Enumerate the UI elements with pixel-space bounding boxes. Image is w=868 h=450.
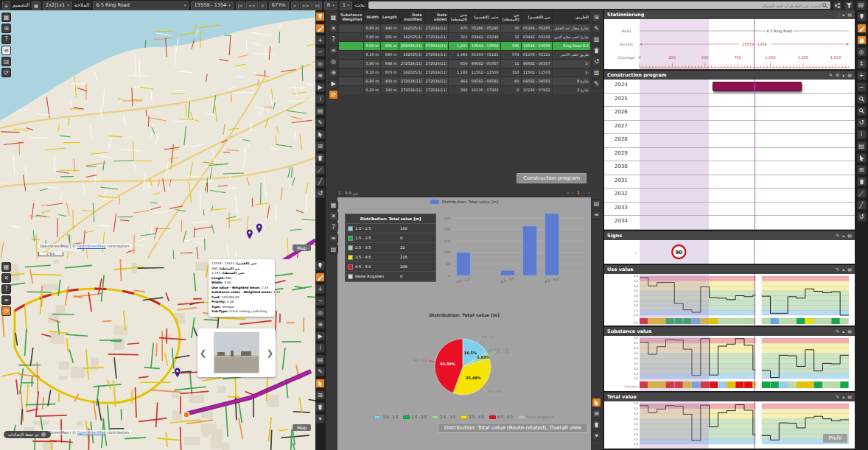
refresh-icon[interactable]: ⟳ bbox=[1, 68, 11, 77]
search-icon[interactable] bbox=[822, 2, 828, 9]
info-icon[interactable]: i bbox=[315, 343, 325, 353]
collapse-icon[interactable]: ▴ bbox=[842, 267, 844, 272]
pager-prev-button[interactable]: « bbox=[567, 190, 570, 195]
grid-icon[interactable]: ▦ bbox=[1, 13, 11, 22]
flag-icon[interactable]: ¦ bbox=[838, 13, 839, 17]
collapse-icon[interactable]: ▴ bbox=[842, 13, 844, 17]
collapse-icon[interactable]: ▴ bbox=[842, 395, 844, 399]
column-header[interactable]: Date added bbox=[424, 10, 449, 24]
help-icon[interactable]: ? bbox=[1, 35, 11, 44]
photo-prev-button[interactable]: ❮ bbox=[200, 348, 206, 358]
construction-measure-bar[interactable] bbox=[713, 82, 802, 91]
expand-icon[interactable]: ✕ bbox=[329, 211, 338, 221]
bookmark-icon[interactable]: ▤ bbox=[856, 1, 866, 10]
map-layer-button[interactable]: Map bbox=[293, 424, 311, 431]
brush-icon[interactable] bbox=[857, 24, 867, 33]
brush-icon[interactable] bbox=[315, 273, 325, 282]
table-row[interactable]: شارع مطار عبد الجليل05285 - 052863005285… bbox=[339, 24, 591, 32]
brush-icon[interactable] bbox=[315, 24, 325, 33]
pencil2-icon[interactable]: ✎ bbox=[592, 79, 601, 88]
measure-icon[interactable]: ／ bbox=[857, 189, 867, 198]
bar[interactable] bbox=[457, 253, 471, 275]
count-select[interactable]: 1▾ bbox=[340, 1, 353, 10]
zoom-out-icon[interactable]: − bbox=[315, 47, 325, 57]
trash-icon[interactable] bbox=[315, 402, 325, 412]
pin-icon[interactable] bbox=[315, 12, 325, 21]
measure-icon[interactable]: ／ bbox=[315, 165, 325, 175]
magnify-plus-icon[interactable] bbox=[857, 94, 867, 104]
bar[interactable] bbox=[501, 270, 515, 275]
column-header[interactable]: حتى (المحطة) bbox=[449, 10, 469, 24]
undo-icon[interactable]: ↺ bbox=[857, 118, 867, 127]
navigate-icon[interactable]: ▶ bbox=[315, 331, 325, 341]
close-icon[interactable]: ✕ bbox=[1, 273, 11, 283]
position-input[interactable]: 877m bbox=[269, 1, 289, 10]
cursor-icon[interactable] bbox=[315, 379, 325, 388]
sliders-icon[interactable]: ≡ bbox=[1, 295, 11, 305]
copy-icon[interactable]: ▥ bbox=[592, 35, 601, 44]
chevron-down-icon[interactable]: ▾ bbox=[315, 414, 325, 423]
cursor-icon[interactable] bbox=[857, 153, 867, 163]
history-icon[interactable]: ↺ bbox=[315, 189, 325, 198]
add-icon[interactable]: ⊞ bbox=[592, 409, 601, 418]
navigate-icon[interactable]: ▶ bbox=[329, 79, 338, 88]
list-icon[interactable]: ▤ bbox=[857, 141, 867, 151]
add-icon[interactable]: ⊞ bbox=[592, 13, 601, 22]
table-row[interactable]: شارع ناصر صلاح الدين03249 - 034423203249… bbox=[339, 32, 591, 41]
filter-icon[interactable] bbox=[844, 1, 854, 10]
road-select[interactable]: 6.5 Ring Road▾ bbox=[93, 1, 189, 10]
r-select[interactable]: R▾ bbox=[324, 1, 337, 10]
info-icon[interactable]: i bbox=[315, 94, 325, 104]
globe-icon[interactable]: ⊕ bbox=[315, 71, 325, 80]
total-value-header[interactable]: Total value ✎ ▴ ▤ bbox=[604, 393, 855, 401]
refresh-icon[interactable]: ⟳ bbox=[1, 306, 11, 316]
stationierung-header[interactable]: Stationierung ¦ ▴ ▤ bbox=[604, 10, 855, 19]
osm-link[interactable]: OpenStreetMap bbox=[77, 430, 106, 435]
sliders-icon[interactable]: ≡ bbox=[329, 233, 338, 243]
overview-map[interactable]: OpenStreetMap | © OpenStreetMap contribu… bbox=[0, 10, 315, 259]
trash-icon[interactable] bbox=[592, 46, 601, 55]
history-icon[interactable]: ↺ bbox=[857, 212, 867, 222]
magnify-minus-icon[interactable] bbox=[857, 106, 867, 116]
help-icon[interactable]: ? bbox=[329, 222, 338, 232]
pencil-icon[interactable]: ✎ bbox=[836, 395, 839, 399]
nav-forward-button[interactable]: > bbox=[291, 1, 299, 10]
pencil-icon[interactable]: ✎ bbox=[836, 267, 839, 272]
grid-icon[interactable]: ▦ bbox=[1, 262, 11, 272]
pencil-icon[interactable]: ✎ bbox=[592, 24, 601, 33]
menu-icon[interactable]: ▤ bbox=[847, 329, 852, 334]
signs-header[interactable]: Signs ✎ ▴ ▤ bbox=[604, 231, 855, 240]
zoom-in-icon[interactable]: + bbox=[315, 35, 325, 45]
nav-forward-button[interactable]: >| bbox=[312, 1, 322, 10]
nav-back-button[interactable]: << bbox=[246, 1, 258, 10]
construction-program-button[interactable]: Construction program bbox=[517, 173, 587, 183]
menu-icon[interactable]: ▤ bbox=[847, 267, 852, 272]
layout-select[interactable]: 2x2|1x1▾ bbox=[43, 1, 72, 10]
help-icon[interactable]: ? bbox=[329, 35, 338, 44]
column-header[interactable]: الطريق bbox=[552, 10, 590, 24]
table-row[interactable]: شارع 207922 - 10130807922 - 101303482720… bbox=[339, 85, 591, 94]
pencil-icon[interactable]: ✎ bbox=[836, 233, 839, 238]
measure2-icon[interactable]: ╱ bbox=[315, 177, 325, 186]
nav-forward-button[interactable]: >> bbox=[300, 1, 312, 10]
list-icon[interactable]: ▤ bbox=[315, 106, 325, 116]
sliders-icon[interactable]: ≡ bbox=[329, 46, 338, 55]
pager-next-button[interactable]: » bbox=[587, 190, 590, 195]
sliders-icon[interactable]: ≡ bbox=[1, 46, 11, 55]
target-icon[interactable]: ◎ bbox=[315, 59, 325, 68]
add-icon[interactable]: ⊞ bbox=[315, 390, 325, 400]
column-header[interactable]: Length bbox=[381, 10, 399, 24]
cursor-icon[interactable] bbox=[315, 130, 325, 139]
menu-icon[interactable]: ▤ bbox=[847, 395, 852, 399]
zoom-in-icon[interactable]: + bbox=[857, 71, 867, 80]
trash-icon[interactable] bbox=[592, 420, 601, 429]
target-icon[interactable]: ◎ bbox=[315, 308, 325, 317]
pin-icon[interactable] bbox=[857, 12, 867, 21]
list-icon[interactable]: ▤ bbox=[315, 355, 325, 365]
layout-grid-icon[interactable]: ▦ bbox=[32, 1, 41, 10]
pager-prev-button[interactable]: ‹ bbox=[572, 190, 573, 195]
export-icon[interactable]: ▤ bbox=[1, 57, 11, 66]
map-layer-button[interactable]: Map bbox=[293, 245, 311, 251]
construction-header[interactable]: Construction program ✎ ⚙ ▴ ▤ bbox=[604, 71, 855, 80]
export-icon[interactable]: ▤ bbox=[329, 245, 338, 254]
